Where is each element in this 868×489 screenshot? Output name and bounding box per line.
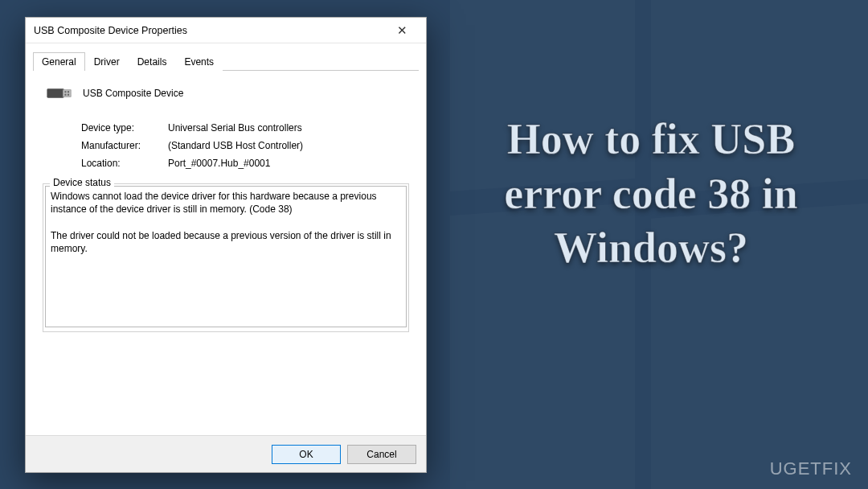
close-icon: ✕ <box>397 23 407 38</box>
tab-driver[interactable]: Driver <box>85 52 129 71</box>
usb-device-icon <box>46 82 73 105</box>
tab-details[interactable]: Details <box>129 52 176 71</box>
titlebar: USB Composite Device Properties ✕ <box>26 18 426 43</box>
svg-rect-3 <box>64 94 66 96</box>
info-row-device-type: Device type: Universal Serial Bus contro… <box>81 122 409 134</box>
ok-button[interactable]: OK <box>272 445 341 464</box>
device-name: USB Composite Device <box>83 88 183 99</box>
tab-strip: General Driver Details Events <box>33 51 419 71</box>
device-status-text[interactable] <box>45 186 407 327</box>
device-info: Device type: Universal Serial Bus contro… <box>81 122 409 169</box>
svg-rect-0 <box>47 88 63 97</box>
location-label: Location: <box>81 158 168 169</box>
tab-general[interactable]: General <box>33 52 85 71</box>
device-status-group: Device status <box>43 183 409 332</box>
svg-rect-4 <box>68 91 69 92</box>
svg-rect-5 <box>68 94 69 96</box>
cancel-button[interactable]: Cancel <box>347 445 416 464</box>
svg-rect-2 <box>64 91 66 92</box>
device-type-value: Universal Serial Bus controllers <box>168 122 409 134</box>
info-row-location: Location: Port_#0007.Hub_#0001 <box>81 158 409 169</box>
watermark: UGETFIX <box>770 458 852 479</box>
location-value: Port_#0007.Hub_#0001 <box>168 158 409 169</box>
properties-dialog: USB Composite Device Properties ✕ Genera… <box>25 17 427 473</box>
page-headline: How to fix USB error code 38 in Windows? <box>458 113 844 276</box>
manufacturer-value: (Standard USB Host Controller) <box>168 140 409 151</box>
dialog-title: USB Composite Device Properties <box>34 25 386 36</box>
device-type-label: Device type: <box>81 122 168 134</box>
close-button[interactable]: ✕ <box>386 18 418 43</box>
manufacturer-label: Manufacturer: <box>81 140 168 151</box>
tab-events[interactable]: Events <box>175 52 223 71</box>
tab-content-general: USB Composite Device Device type: Univer… <box>33 71 419 435</box>
dialog-button-row: OK Cancel <box>26 435 426 472</box>
device-status-label: Device status <box>50 177 114 188</box>
device-header: USB Composite Device <box>43 82 409 105</box>
svg-rect-1 <box>63 90 71 97</box>
info-row-manufacturer: Manufacturer: (Standard USB Host Control… <box>81 140 409 151</box>
